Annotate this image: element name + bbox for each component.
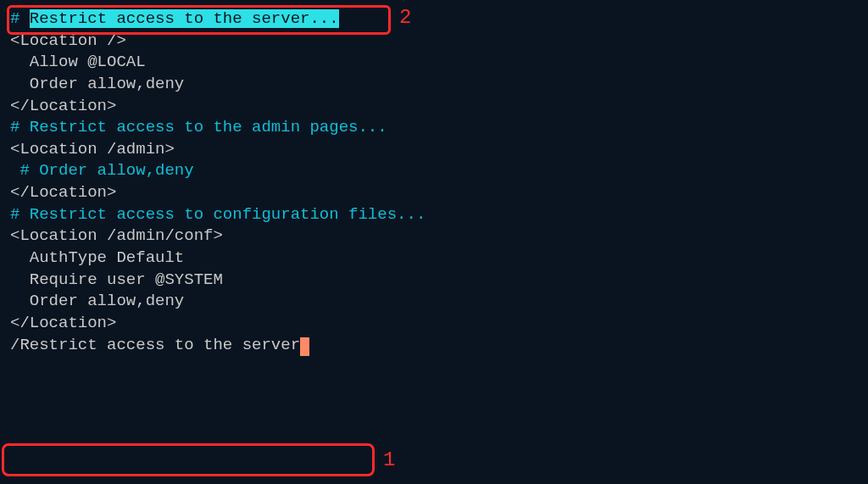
code-line-5[interactable]: </Location> [10, 96, 858, 118]
code-line-4[interactable]: Order allow,deny [10, 74, 858, 96]
code-line-1[interactable]: # Restrict access to the server... [10, 8, 858, 31]
code-line-17[interactable]: </Location> [10, 313, 858, 335]
code-line-16[interactable]: Order allow,deny [10, 291, 858, 313]
code-line-12[interactable]: # Restrict access to configuration files… [10, 204, 858, 226]
code-line-3[interactable]: Allow @LOCAL [10, 52, 858, 74]
search-query: Restrict access to the server [19, 336, 300, 354]
search-slash: / [10, 336, 19, 354]
search-command-line[interactable]: /Restrict access to the server [10, 335, 858, 357]
search-match-highlight: Restrict access to the server... [30, 9, 339, 28]
code-line-10[interactable]: </Location> [10, 182, 858, 204]
code-line-15[interactable]: Require user @SYSTEM [10, 270, 858, 292]
annotation-label-1: 1 [383, 447, 395, 474]
code-line-7[interactable]: # Restrict access to the admin pages... [10, 117, 858, 139]
annotation-label-2: 2 [399, 4, 411, 31]
comment-hash: # [10, 9, 30, 28]
code-line-13[interactable]: <Location /admin/conf> [10, 225, 858, 248]
annotation-box-bottom [2, 443, 375, 476]
code-line-8[interactable]: <Location /admin> [10, 139, 858, 161]
code-line-2[interactable]: <Location /> [10, 31, 858, 53]
cursor-icon [300, 337, 309, 356]
code-line-14[interactable]: AuthType Default [10, 248, 858, 270]
code-line-9[interactable]: # Order allow,deny [10, 160, 858, 182]
